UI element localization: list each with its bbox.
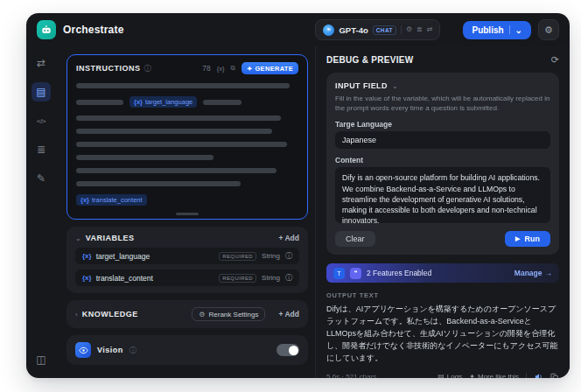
output-text-title: OUTPUT TEXT (326, 291, 559, 299)
variable-meta: REQUIRED String ⓘ (219, 273, 292, 283)
target-language-select[interactable]: Japanese (335, 131, 550, 149)
pill-divider (401, 25, 402, 34)
knowledge-header[interactable]: › KNOWLEDGE ⚙ Rerank Settings + Add (75, 307, 299, 321)
top-bar: Orchestrate ✳ GPT-4o CHAT ⚙ ≣ ⇄ Publish … (26, 13, 570, 46)
scroll-indicator[interactable] (176, 213, 199, 215)
add-knowledge-button[interactable]: + Add (278, 310, 299, 318)
knowledge-title: KNOWLEDGE (82, 310, 138, 318)
skeleton-line (76, 168, 276, 173)
manage-label: Manage (514, 269, 542, 277)
text-to-speech-feature-icon: T (333, 268, 345, 279)
model-history-icon[interactable]: ≣ (416, 26, 423, 33)
content-area: ⇄ ▤ </> ≣ ✎ ◫ INSTRUCTIONS ⓘ 78 {x} ⧉ (26, 46, 570, 378)
output-section: OUTPUT TEXT Difyは、AIアプリケーションを構築するためのオープン… (326, 291, 559, 369)
variable-row[interactable]: {x} translate_content REQUIRED String ⓘ (75, 270, 299, 286)
content-textarea[interactable]: Dify is an open-source platform for buil… (335, 167, 550, 223)
model-selector[interactable]: ✳ GPT-4o CHAT ⚙ ≣ ⇄ (315, 19, 440, 40)
model-swap-icon[interactable]: ⇄ (427, 26, 433, 33)
skeleton-line (76, 129, 272, 134)
api-access-icon[interactable]: </> (32, 111, 51, 130)
logs-icon: ▤ (438, 373, 444, 378)
logs-nav-icon[interactable]: ≣ (32, 140, 51, 159)
chevron-right-icon: › (75, 311, 78, 318)
vision-toggle[interactable] (276, 344, 299, 356)
chat-mode-badge: CHAT (373, 25, 396, 35)
arrow-right-icon: → (545, 269, 553, 277)
instructions-title: INSTRUCTIONS (76, 64, 141, 73)
instructions-card[interactable]: INSTRUCTIONS ⓘ 78 {x} ⧉ ✦ GENERATE (66, 54, 308, 220)
rerank-settings-button[interactable]: ⚙ Rerank Settings (192, 307, 265, 321)
add-variable-button[interactable]: + Add (278, 234, 299, 242)
knowledge-panel: › KNOWLEDGE ⚙ Rerank Settings + Add (66, 300, 308, 328)
generate-label: GENERATE (255, 65, 293, 73)
copy-icon[interactable]: ⧉ (231, 64, 235, 73)
settings-button[interactable]: ⚙ (538, 19, 559, 40)
vision-panel: Vision ⓘ (66, 335, 308, 365)
variable-chip[interactable]: {x} translate_content (76, 194, 147, 206)
annotation-nav-icon[interactable]: ✎ (32, 169, 51, 188)
debug-header: DEBUG & PREVIEW ⟳ (326, 54, 559, 66)
variable-chip-label: target_language (145, 98, 192, 106)
app-logo-icon[interactable] (37, 20, 56, 39)
rerank-settings-label: Rerank Settings (209, 311, 259, 318)
left-rail: ⇄ ▤ </> ≣ ✎ ◫ (26, 46, 56, 378)
generate-button[interactable]: ✦ GENERATE (242, 62, 298, 74)
sparkle-icon: ✦ (247, 65, 253, 73)
orchestrate-nav-icon[interactable]: ▤ (32, 82, 51, 102)
publish-chevron-icon: ⌄ (515, 25, 522, 35)
publish-button[interactable]: Publish ⌄ (463, 21, 531, 39)
chevron-down-icon: ⌄ (75, 234, 81, 242)
features-enabled-label: 2 Features Enabled (367, 269, 431, 277)
app-window: Orchestrate ✳ GPT-4o CHAT ⚙ ≣ ⇄ Publish … (26, 13, 570, 378)
required-badge: REQUIRED (219, 252, 256, 261)
output-actions: ▤ Logs ✦ More like this (438, 372, 559, 378)
manage-features-button[interactable]: Manage → (514, 269, 552, 277)
play-icon: ▶ (515, 235, 520, 242)
more-like-this-label: More like this (478, 373, 519, 378)
variable-type: String (262, 274, 280, 282)
collapse-panel-icon[interactable]: ◫ (32, 350, 51, 369)
skeleton-row: {x} translate_content (76, 194, 298, 206)
copy-output-button[interactable] (550, 373, 559, 378)
toggle-knob (289, 346, 298, 355)
vision-label: Vision (97, 346, 123, 354)
speaker-button[interactable] (534, 372, 543, 378)
logs-button[interactable]: ▤ Logs (438, 373, 462, 378)
back-nav-icon[interactable]: ⇄ (32, 53, 51, 73)
variables-header[interactable]: ⌄ VARIABLES + Add (75, 234, 299, 242)
debug-title: DEBUG & PREVIEW (326, 55, 414, 65)
publish-group: Publish ⌄ ⚙ (463, 19, 559, 40)
skeleton-line (76, 100, 123, 105)
variables-panel: ⌄ VARIABLES + Add {x} target_language RE… (66, 227, 308, 293)
instructions-header: INSTRUCTIONS ⓘ 78 {x} ⧉ ✦ GENERATE (76, 62, 298, 74)
variable-chip[interactable]: {x} target_language (130, 96, 197, 108)
variable-token-icon: {x} (80, 196, 89, 204)
action-buttons-row: Clear ▶ Run (335, 231, 550, 247)
instructions-tools: 78 {x} ⧉ ✦ GENERATE (202, 62, 298, 74)
variable-row[interactable]: {x} target_language REQUIRED String ⓘ (75, 248, 299, 264)
more-like-this-button[interactable]: ✦ More like this (469, 373, 519, 378)
insert-variable-icon[interactable]: {x} (217, 65, 225, 73)
logs-label: Logs (447, 373, 462, 378)
prompt-text-skeleton: {x} target_language {x} transla (76, 83, 298, 206)
variable-chip-label: translate_content (92, 196, 143, 204)
skeleton-line (76, 142, 287, 147)
gear-icon: ⚙ (544, 24, 553, 36)
model-name: GPT-4o (339, 25, 368, 35)
vision-row: Vision ⓘ (75, 342, 299, 358)
sparkle-icon: ✦ (469, 373, 475, 378)
target-language-label: Targe Language (335, 120, 550, 129)
variable-token-icon: {x} (134, 98, 143, 106)
variable-name: translate_content (96, 274, 153, 283)
refresh-icon[interactable]: ⟳ (551, 54, 559, 66)
run-button[interactable]: ▶ Run (505, 231, 550, 247)
info-icon: ⓘ (144, 64, 151, 74)
sliders-icon: ⚙ (199, 311, 205, 318)
copy-icon (550, 373, 559, 378)
features-bar[interactable]: T ❝ 2 Features Enabled Manage → (326, 263, 559, 283)
input-field-helper: Fill in the value of the variable, which… (335, 94, 550, 113)
model-params-icon[interactable]: ⚙ (406, 26, 412, 33)
input-field-header[interactable]: INPUT FIELD ⌄ (335, 81, 550, 90)
clear-button[interactable]: Clear (335, 231, 375, 247)
variable-name: target_language (96, 252, 150, 261)
